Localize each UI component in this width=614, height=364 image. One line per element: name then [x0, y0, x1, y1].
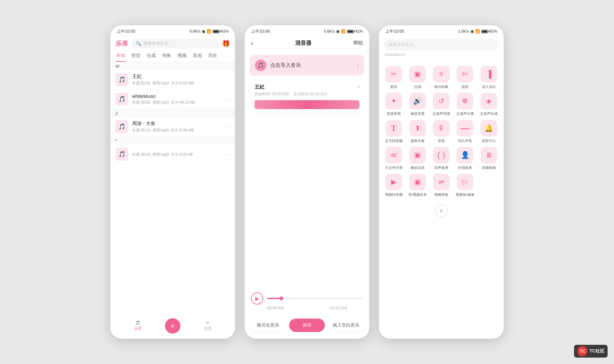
tool-compose[interactable]: ▣ 合成	[406, 66, 428, 89]
progress-track[interactable]	[267, 298, 363, 299]
tool-chorus[interactable]: 👤 合唱效果	[454, 147, 476, 170]
tool-extract[interactable]: ⬆ 提取伴奏	[406, 120, 428, 143]
library-tabs: 本地 剪切 合成 转换 视频 其他 历史	[110, 51, 235, 62]
stereo-merge-label: 立体声合成	[480, 111, 498, 116]
record-label: 录音	[438, 138, 445, 143]
tool-fade[interactable]: ▐ 淡入淡出	[478, 66, 500, 89]
import-arrow-icon: ›	[357, 62, 359, 69]
edit-info-icon: ▣	[409, 147, 426, 163]
close-panel-button[interactable]: ×	[435, 204, 448, 217]
song-item-wangfei[interactable]: 🎵 王妃 长度:03:41 类型:mp3 大小:3.55 MB ···	[110, 70, 235, 90]
tool-silence[interactable]: — 空白声音	[454, 120, 476, 143]
stereo-split-label: 立体声分离	[456, 111, 474, 116]
mix-icon: ✄	[457, 66, 473, 83]
video-audio-label: 视频转音频	[385, 192, 403, 197]
tool-pitch[interactable]: ✦ 变速变调	[383, 93, 405, 116]
s3-top-area: 搜索本地音乐 whiteMusic	[379, 36, 504, 61]
video-speed-label: 视频加/减速	[456, 192, 474, 197]
track-waveform-bar	[255, 100, 359, 109]
save-button[interactable]: 保存	[289, 319, 325, 332]
tool-stereo-merge[interactable]: ◈ 立体声合成	[478, 93, 500, 116]
tool-share[interactable]: ≪ 大文件分享	[383, 147, 405, 170]
bottom-nav-1: 🎵 乐库 + ⚙ 设置	[110, 315, 235, 339]
tool-format[interactable]: ≡ 格式转换	[430, 66, 452, 89]
fade-icon: ▐	[481, 66, 497, 83]
song-more-3[interactable]: ···	[225, 123, 230, 130]
import-text: 点击导入音乐	[270, 62, 353, 69]
tool-record[interactable]: 🎙 录音	[430, 120, 452, 143]
echo-icon: ( )	[433, 147, 450, 163]
tts-icon: T	[385, 120, 402, 137]
tool-ringtone[interactable]: 🔔 彩铃中心	[478, 120, 500, 143]
screen3-content: 搜索本地音乐 whiteMusic ✂ 剪切 ▣ 合成 ≡ 格式转换 ✄ 混音	[379, 36, 504, 339]
tab-compose[interactable]: 合成	[146, 51, 156, 62]
song-info-2: whiteMusic 长度:00:02 类型:mp3 大小:46.23 kB	[132, 93, 221, 105]
insert-silence-button[interactable]: 插入空白音乐	[328, 318, 364, 332]
search-box-1[interactable]: 🔍 搜索本地音乐	[131, 39, 219, 48]
battery-icon-3	[481, 30, 488, 33]
watermark: TC TC社区	[574, 345, 608, 358]
silence-label: 空白声音	[458, 138, 472, 143]
tool-mix[interactable]: ✄ 混音	[454, 66, 476, 89]
current-time: 00:00:000	[267, 306, 284, 310]
gift-icon-1[interactable]: 🎁	[222, 40, 230, 47]
tab-convert[interactable]: 转换	[161, 51, 172, 62]
song-info-3: 周深 - 大鱼 长度:05:13 类型:mp3 大小:5.06 MB	[132, 121, 221, 133]
chorus-label: 合唱效果	[458, 165, 472, 170]
video-speed-icon: ▷	[457, 174, 473, 190]
tool-volume[interactable]: 🔊 修改音量	[406, 93, 428, 116]
track-close-button[interactable]: ×	[357, 83, 360, 90]
tab-other[interactable]: 其他	[192, 51, 202, 62]
nav-library[interactable]: 🎵 乐库	[110, 320, 165, 331]
nav-settings[interactable]: ⚙ 设置	[180, 320, 235, 331]
play-button[interactable]: ▶	[251, 292, 263, 305]
tab-cut[interactable]: 剪切	[131, 51, 141, 62]
av-merge-label: 音/视频合并	[408, 192, 427, 197]
tool-edit-info[interactable]: ▣ 修改信息	[406, 147, 428, 170]
tool-surround[interactable]: ↺ 立体声环绕	[430, 93, 452, 116]
song-more-2[interactable]: ···	[225, 96, 230, 103]
battery-pct-2: 91%	[355, 29, 363, 34]
format-music-button[interactable]: 格式化音乐	[250, 318, 286, 332]
import-track-button[interactable]: 🎵 点击导入音乐 ›	[250, 55, 364, 75]
tool-reverse[interactable]: ≣ 音频倒放	[478, 147, 500, 170]
tool-tts[interactable]: T 文字转音频	[383, 120, 405, 143]
mixer-header: ‹ 混音器 帮助	[245, 36, 369, 50]
ringtone-label: 彩铃中心	[482, 138, 496, 143]
compose-label: 合成	[414, 84, 421, 89]
help-button[interactable]: 帮助	[353, 40, 363, 46]
add-button[interactable]: +	[165, 318, 180, 334]
player-row: ▶	[251, 292, 363, 305]
tool-av-merge[interactable]: ▣ 音/视频合并	[406, 174, 428, 197]
tool-video-reverse[interactable]: ⇌ 视频倒放	[430, 174, 452, 197]
search-bar-3[interactable]: 搜索本地音乐	[384, 39, 499, 50]
tool-video-speed[interactable]: ▷ 视频加/减速	[454, 174, 476, 197]
tool-cut[interactable]: ✂ 剪切	[383, 66, 405, 89]
tab-local[interactable]: 本地	[115, 51, 126, 62]
battery-icon-1	[213, 30, 220, 33]
song-item-dayu[interactable]: 🎵 周深 - 大鱼 长度:05:13 类型:mp3 大小:5.06 MB ···	[110, 117, 235, 137]
status-time-1: 上午10:05	[117, 28, 136, 34]
tab-history[interactable]: 历史	[208, 51, 218, 62]
cut-label: 剪切	[390, 84, 397, 89]
network-speed-2: 5.6K/s	[324, 29, 335, 34]
section-star: *	[110, 137, 235, 145]
song-meta-1: 长度:03:41 类型:mp3 大小:3.55 MB	[132, 81, 221, 86]
volume-icon: 🔊	[409, 93, 426, 109]
song-meta-4: 长度:00:00 类型:mp3 大小:3.42 kB	[132, 152, 221, 157]
back-button[interactable]: ‹	[251, 39, 253, 47]
tool-echo[interactable]: ( ) 回声效果	[430, 147, 452, 170]
tool-stereo-split[interactable]: ❁ 立体声分离	[454, 93, 476, 116]
tab-video[interactable]: 视频	[177, 51, 187, 62]
song-item-whitemusic[interactable]: 🎵 whiteMusic 长度:00:02 类型:mp3 大小:46.23 kB…	[110, 90, 235, 109]
library-nav-icon: 🎵	[135, 320, 140, 325]
status-bar-1: 上午10:05 6.6K/s ▣ 📶 91%	[110, 25, 235, 36]
total-time: 03:41:814	[330, 306, 347, 310]
song-more-4[interactable]: ···	[225, 151, 230, 158]
status-bar-3: 上午10:05 1.0K/s ▣ 📶 91%	[379, 25, 504, 36]
tool-video-to-audio[interactable]: ▶ 视频转音频	[383, 174, 405, 197]
status-bar-2: 上午10:06 5.6K/s ▣ 📶 91%	[245, 25, 369, 36]
status-right-3: 1.0K/s ▣ 📶 91%	[458, 29, 497, 34]
song-item-unknown[interactable]: 🎵 长度:00:00 类型:mp3 大小:3.42 kB ···	[110, 145, 235, 164]
song-more-1[interactable]: ···	[225, 76, 230, 83]
